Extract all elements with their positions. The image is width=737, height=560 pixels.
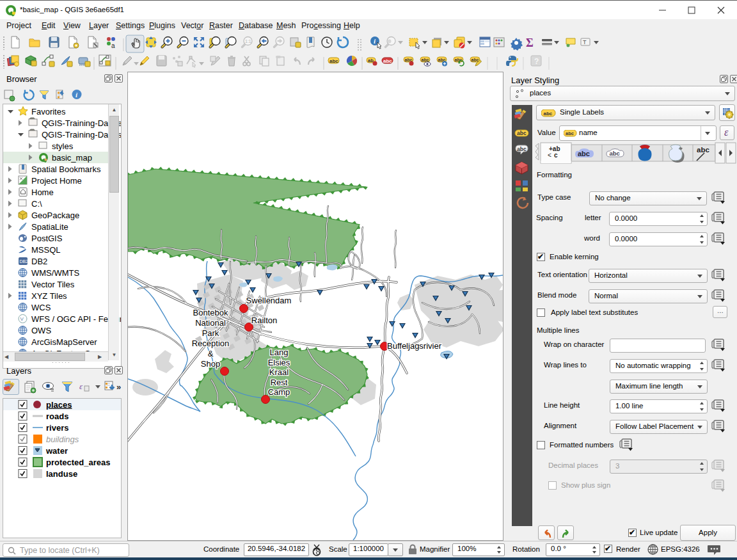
- svg-text:abc: abc: [329, 58, 338, 64]
- svg-text:abc: abc: [517, 146, 527, 152]
- svg-text:abc: abc: [578, 150, 590, 157]
- svg-text:National: National: [195, 318, 226, 328]
- svg-text:water: water: [45, 446, 68, 456]
- svg-text:Buffeljagsrivier: Buffeljagsrivier: [387, 341, 442, 351]
- svg-text:DB2: DB2: [31, 257, 47, 266]
- svg-text:roads: roads: [46, 412, 68, 421]
- svg-text:abc: abc: [383, 58, 392, 64]
- svg-text:Rest: Rest: [271, 378, 288, 387]
- svg-text:OWS: OWS: [31, 326, 51, 335]
- svg-text:Σ: Σ: [526, 36, 534, 49]
- svg-text:Home: Home: [31, 188, 54, 197]
- svg-text:SpatiaLite: SpatiaLite: [31, 222, 68, 232]
- svg-text:PostGIS: PostGIS: [31, 234, 63, 243]
- svg-text:V: V: [20, 316, 24, 322]
- svg-text:ArcGisMapServer: ArcGisMapServer: [31, 337, 97, 347]
- svg-text:WCS: WCS: [31, 303, 51, 312]
- svg-text:?: ?: [534, 57, 539, 66]
- svg-text:<: <: [548, 152, 551, 159]
- svg-text:abc: abc: [517, 130, 527, 136]
- svg-text:Shop: Shop: [201, 359, 220, 369]
- svg-text:c: c: [554, 152, 558, 159]
- svg-text:places: places: [46, 400, 72, 410]
- svg-text:DB2: DB2: [20, 259, 29, 264]
- svg-text:a: a: [111, 42, 115, 49]
- svg-text:abc: abc: [405, 58, 413, 62]
- svg-text:Kraal: Kraal: [269, 367, 289, 377]
- svg-text:T: T: [583, 39, 587, 45]
- svg-text:Railton: Railton: [251, 316, 277, 325]
- svg-text:»: »: [116, 382, 121, 392]
- svg-text:Camp: Camp: [268, 387, 290, 397]
- svg-text:styles: styles: [52, 141, 74, 151]
- svg-text:landuse: landuse: [46, 469, 77, 479]
- svg-text:XYZ Tiles: XYZ Tiles: [31, 291, 67, 301]
- svg-text:Favorites: Favorites: [31, 107, 66, 116]
- svg-text:Lang: Lang: [270, 348, 289, 357]
- svg-text:abc: abc: [610, 150, 620, 157]
- svg-text:Spatial Bookmarks: Spatial Bookmarks: [31, 164, 101, 174]
- svg-text:abc: abc: [472, 58, 479, 62]
- svg-text:Project Home: Project Home: [31, 176, 82, 186]
- svg-text:buildings: buildings: [46, 435, 79, 444]
- svg-text:protected_areas: protected_areas: [46, 458, 110, 467]
- svg-text:GeoPackage: GeoPackage: [31, 211, 79, 220]
- svg-text:abc: abc: [697, 146, 709, 154]
- svg-text:&: &: [208, 349, 214, 358]
- svg-text:abc: abc: [544, 111, 553, 116]
- svg-text:abc: abc: [566, 131, 574, 136]
- svg-text:Swellendam: Swellendam: [246, 296, 292, 305]
- svg-text:Vector Tiles: Vector Tiles: [31, 280, 75, 289]
- svg-text:Elsies: Elsies: [268, 358, 290, 367]
- svg-text:Reception: Reception: [192, 339, 230, 348]
- svg-text:Bontebok: Bontebok: [193, 308, 228, 317]
- svg-text:WMS/WMTS: WMS/WMTS: [31, 268, 79, 278]
- svg-text:rivers: rivers: [46, 423, 68, 433]
- svg-text:basic_map: basic_map: [52, 153, 92, 163]
- svg-text:MSSQL: MSSQL: [31, 245, 61, 255]
- svg-text:ε: ε: [79, 381, 83, 391]
- svg-text:1:1: 1:1: [245, 39, 251, 44]
- svg-text:Park: Park: [202, 328, 219, 338]
- svg-text:abc: abc: [422, 58, 429, 62]
- svg-text:C:\: C:\: [31, 199, 42, 209]
- svg-text:abc: abc: [438, 58, 446, 62]
